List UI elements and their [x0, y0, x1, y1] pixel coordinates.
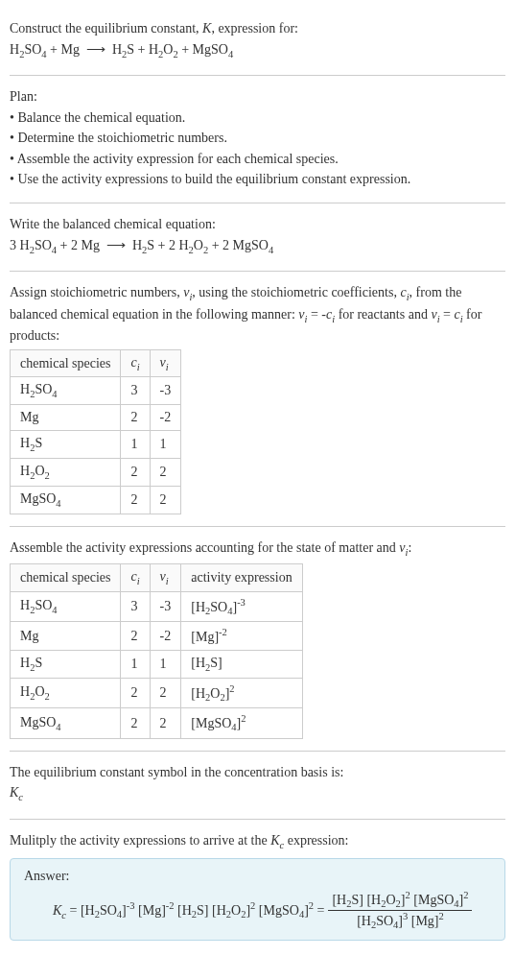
activity-intro: Assemble the activity expressions accoun… — [10, 538, 505, 560]
balanced-equation: 3 H2SO4 + 2 Mg ⟶ H2S + 2 H2O2 + 2 MgSO4 — [10, 236, 505, 257]
table-header-row: chemical species ci νi — [11, 349, 181, 377]
answer-denominator: [H2SO4]3 [Mg]2 — [328, 911, 472, 930]
cell: H2SO4 — [11, 591, 121, 621]
answer-label: Answer: — [24, 869, 491, 884]
table-row: H2S11 — [11, 431, 181, 459]
plan-item: • Determine the stoichiometric numbers. — [10, 129, 505, 148]
plan-item: • Balance the chemical equation. — [10, 108, 505, 128]
eqconst-section: The equilibrium constant symbol in the c… — [10, 753, 505, 817]
stoich-table: chemical species ci νi H2SO43-3 Mg2-2 H2… — [10, 349, 181, 514]
cell: 2 — [121, 678, 150, 707]
table-header-row: chemical species ci νi activity expressi… — [11, 564, 303, 592]
col-activity: activity expression — [181, 564, 302, 592]
cell: H2O2 — [11, 459, 121, 487]
cell: H2SO4 — [11, 377, 121, 405]
col-species: chemical species — [11, 349, 121, 377]
stoich-intro: Assign stoichiometric numbers, νi, using… — [10, 283, 505, 346]
divider — [10, 526, 505, 527]
eqconst-line1: The equilibrium constant symbol in the c… — [10, 763, 505, 782]
cell: [H2S] — [181, 651, 302, 679]
balanced-section: Write the balanced chemical equation: 3 … — [10, 205, 505, 269]
cell: 1 — [150, 651, 181, 679]
cell: 1 — [121, 651, 150, 679]
table-row: MgSO422 — [11, 486, 181, 514]
divider — [10, 271, 505, 272]
table-row: Mg2-2[Mg]-2 — [11, 622, 303, 651]
cell: 2 — [150, 486, 181, 514]
cell: MgSO4 — [11, 486, 121, 514]
cell: Mg — [11, 405, 121, 431]
eqconst-symbol: Kc — [10, 783, 505, 804]
activity-section: Assemble the activity expressions accoun… — [10, 529, 505, 749]
cell: [MgSO4]2 — [181, 708, 302, 738]
cell: Mg — [11, 622, 121, 651]
table-row: H2O222 — [11, 459, 181, 487]
table-row: H2SO43-3 — [11, 377, 181, 405]
col-vi: νi — [150, 564, 181, 592]
table-row: H2O222[H2O2]2 — [11, 678, 303, 707]
cell: 2 — [121, 622, 150, 651]
cell: 3 — [121, 591, 150, 621]
cell: H2O2 — [11, 678, 121, 707]
cell: 2 — [121, 459, 150, 487]
cell: [H2O2]2 — [181, 678, 302, 707]
cell: 2 — [121, 486, 150, 514]
answer-numerator: [H2S] [H2O2]2 [MgSO4]2 — [328, 890, 472, 910]
col-ci: ci — [121, 564, 150, 592]
activity-table: chemical species ci νi activity expressi… — [10, 563, 303, 739]
cell: H2S — [11, 431, 121, 459]
cell: H2S — [11, 651, 121, 679]
plan-item: • Use the activity expressions to build … — [10, 170, 505, 189]
multiply-section: Mulitply the activity expressions to arr… — [10, 822, 505, 950]
divider — [10, 203, 505, 203]
table-row: MgSO422[MgSO4]2 — [11, 708, 303, 738]
balanced-title: Write the balanced chemical equation: — [10, 215, 505, 234]
cell: [H2SO4]-3 — [181, 591, 302, 621]
cell: 1 — [121, 431, 150, 459]
answer-lhs: Kc = [H2SO4]-3 [Mg]-2 [H2S] [H2O2]2 [MgS… — [53, 900, 324, 920]
cell: -3 — [150, 377, 181, 405]
col-species: chemical species — [11, 564, 121, 592]
answer-fraction: [H2S] [H2O2]2 [MgSO4]2 [H2SO4]3 [Mg]2 — [328, 890, 472, 930]
stoich-section: Assign stoichiometric numbers, νi, using… — [10, 274, 505, 524]
cell: 3 — [121, 377, 150, 405]
cell: [Mg]-2 — [181, 622, 302, 651]
col-vi: νi — [150, 349, 181, 377]
problem-line1: Construct the equilibrium constant, K, e… — [10, 19, 505, 38]
cell: MgSO4 — [11, 708, 121, 738]
answer-box: Answer: Kc = [H2SO4]-3 [Mg]-2 [H2S] [H2O… — [10, 858, 505, 941]
cell: -2 — [150, 622, 181, 651]
divider — [10, 819, 505, 820]
cell: -2 — [150, 405, 181, 431]
cell: 2 — [121, 708, 150, 738]
col-ci: ci — [121, 349, 150, 377]
cell: 2 — [150, 678, 181, 707]
divider — [10, 751, 505, 752]
cell: 2 — [150, 459, 181, 487]
cell: -3 — [150, 591, 181, 621]
cell: 2 — [121, 405, 150, 431]
multiply-intro: Mulitply the activity expressions to arr… — [10, 831, 505, 852]
cell: 2 — [150, 708, 181, 738]
table-row: H2S11[H2S] — [11, 651, 303, 679]
problem-equation: H2SO4 + Mg ⟶ H2S + H2O2 + MgSO4 — [10, 40, 505, 61]
plan-title: Plan: — [10, 87, 505, 107]
table-row: Mg2-2 — [11, 405, 181, 431]
problem-statement: Construct the equilibrium constant, K, e… — [10, 10, 505, 73]
divider — [10, 75, 505, 76]
answer-formula: Kc = [H2SO4]-3 [Mg]-2 [H2S] [H2O2]2 [MgS… — [24, 890, 491, 930]
table-row: H2SO43-3[H2SO4]-3 — [11, 591, 303, 621]
plan-section: Plan: • Balance the chemical equation. •… — [10, 78, 505, 201]
plan-item: • Assemble the activity expression for e… — [10, 150, 505, 169]
cell: 1 — [150, 431, 181, 459]
